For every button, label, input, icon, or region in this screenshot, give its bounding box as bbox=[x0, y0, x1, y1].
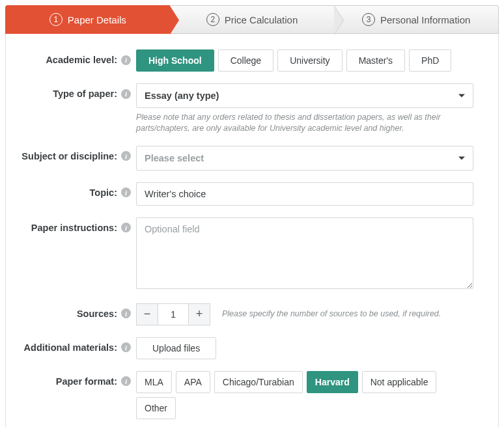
step-label: Price Calculation bbox=[225, 14, 298, 25]
sources-stepper: − + bbox=[136, 303, 210, 325]
info-icon[interactable]: i bbox=[121, 309, 131, 318]
info-icon[interactable]: i bbox=[121, 89, 131, 99]
type-of-paper-hint: Please note that any orders related to t… bbox=[136, 112, 473, 134]
step-label: Paper Details bbox=[68, 14, 126, 25]
step-number: 1 bbox=[49, 13, 63, 26]
sources-increment-button[interactable]: + bbox=[188, 303, 210, 325]
paper-format-option[interactable]: APA bbox=[176, 371, 210, 393]
dropdown-placeholder: Please select bbox=[145, 153, 204, 163]
label-instructions: Paper instructions: bbox=[31, 223, 117, 233]
instructions-textarea[interactable] bbox=[136, 217, 473, 289]
academic-level-option[interactable]: University bbox=[277, 49, 342, 72]
label-sources: Sources: bbox=[77, 309, 117, 319]
sources-hint: Please specify the number of sources to … bbox=[222, 309, 441, 320]
paper-format-options: MLAAPAChicago/TurabianHarvardNot applica… bbox=[136, 371, 473, 419]
step-paper-details[interactable]: 1 Paper Details bbox=[5, 5, 170, 34]
subject-dropdown[interactable]: Please select bbox=[136, 146, 473, 171]
academic-level-options: High SchoolCollegeUniversityMaster'sPhD bbox=[136, 49, 473, 72]
step-number: 3 bbox=[362, 13, 375, 26]
type-of-paper-dropdown[interactable]: Essay (any type) bbox=[136, 83, 473, 108]
chevron-down-icon bbox=[458, 94, 465, 98]
sources-decrement-button[interactable]: − bbox=[136, 303, 158, 325]
paper-format-option[interactable]: MLA bbox=[136, 371, 172, 393]
label-subject: Subject or discipline: bbox=[21, 151, 117, 161]
label-type-of-paper: Type of paper: bbox=[53, 89, 117, 99]
paper-format-option[interactable]: Other bbox=[136, 397, 176, 419]
info-icon[interactable]: i bbox=[121, 55, 131, 65]
academic-level-option[interactable]: Master's bbox=[346, 49, 405, 72]
academic-level-option[interactable]: High School bbox=[136, 49, 214, 72]
label-format: Paper format: bbox=[56, 376, 117, 387]
chevron-right-icon bbox=[334, 6, 343, 34]
upload-files-button[interactable]: Upload files bbox=[136, 337, 216, 359]
steps-bar: 1 Paper Details 2 Price Calculation 3 Pe… bbox=[5, 5, 499, 34]
chevron-right-icon bbox=[170, 6, 179, 34]
label-topic: Topic: bbox=[90, 187, 117, 198]
sources-input[interactable] bbox=[158, 303, 188, 325]
info-icon[interactable]: i bbox=[121, 376, 131, 386]
info-icon[interactable]: i bbox=[121, 223, 131, 232]
paper-format-option[interactable]: Not applicable bbox=[362, 371, 437, 393]
dropdown-value: Essay (any type) bbox=[145, 90, 219, 101]
info-icon[interactable]: i bbox=[121, 151, 131, 161]
academic-level-option[interactable]: PhD bbox=[409, 49, 451, 72]
form-panel: Academic level: i High SchoolCollegeUniv… bbox=[5, 34, 499, 427]
step-label: Personal Information bbox=[380, 14, 470, 25]
paper-format-option[interactable]: Harvard bbox=[307, 371, 358, 393]
chevron-down-icon bbox=[458, 156, 465, 159]
paper-format-option[interactable]: Chicago/Turabian bbox=[214, 371, 303, 393]
info-icon[interactable]: i bbox=[121, 342, 131, 352]
step-personal-information[interactable]: 3 Personal Information bbox=[334, 5, 499, 34]
topic-input[interactable] bbox=[136, 182, 473, 206]
label-materials: Additional materials: bbox=[24, 342, 117, 353]
step-number: 2 bbox=[206, 13, 219, 26]
label-academic-level: Academic level: bbox=[46, 55, 117, 65]
info-icon[interactable]: i bbox=[121, 187, 131, 197]
academic-level-option[interactable]: College bbox=[218, 49, 273, 72]
step-price-calculation[interactable]: 2 Price Calculation bbox=[170, 5, 335, 34]
